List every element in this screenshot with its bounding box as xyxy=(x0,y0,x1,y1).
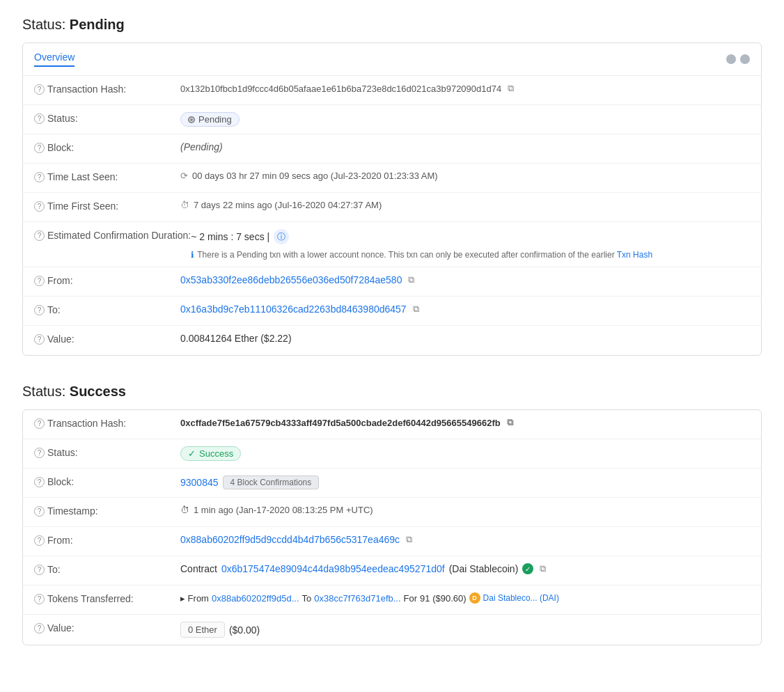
success-from-address-link[interactable]: 0x88ab60202ff9d5d9ccdd4b4d7b656c5317ea46… xyxy=(180,534,400,545)
timestamp-clock-icon: ⏱ xyxy=(180,505,189,515)
success-txhash-copy-icon[interactable]: ⧉ xyxy=(507,417,513,428)
tokens-from-link[interactable]: 0x88ab60202ff9d5d... xyxy=(212,593,299,604)
contract-verified-icon: ✓ xyxy=(522,563,533,574)
pending-from-label: ? From: xyxy=(34,274,180,286)
pending-txhash-value: 0x132b10fbcb1d9fccc4d6b05afaae1e61b6ba72… xyxy=(180,83,750,94)
success-tokens-row: ? Tokens Transferred: ▸ From 0x88ab60202… xyxy=(23,585,761,615)
success-block-row: ? Block: 9300845 4 Block Confirmations xyxy=(23,469,761,498)
success-from-help-icon[interactable]: ? xyxy=(34,535,45,546)
pending-card-header: Overview xyxy=(23,43,761,76)
pending-block-label: ? Block: xyxy=(34,141,180,153)
success-card: ? Transaction Hash: 0xcffade7f5e1a67579c… xyxy=(22,409,762,645)
info-icon: ℹ xyxy=(191,250,194,260)
status-help-icon[interactable]: ? xyxy=(34,113,45,124)
txn-hash-link[interactable]: Txn Hash xyxy=(617,250,652,260)
pending-section-title: Status: Pending xyxy=(22,17,762,33)
pending-txhash-label: ? Transaction Hash: xyxy=(34,83,180,95)
success-status-value: ✓ Success xyxy=(180,446,750,461)
pending-dot-icon xyxy=(188,116,195,123)
pending-time-first-seen-row: ? Time First Seen: ⏱ 7 days 22 mins ago … xyxy=(23,193,761,222)
success-tokens-help-icon[interactable]: ? xyxy=(34,594,45,604)
pending-value-row: ? Value: 0.00841264 Ether ($2.22) xyxy=(23,326,761,355)
success-to-label: ? To: xyxy=(34,563,180,575)
success-txhash-value: 0xcffade7f5e1a67579cb4333aff497fd5a500cb… xyxy=(180,417,750,428)
tokens-to-link[interactable]: 0x38cc7f763d71efb... xyxy=(314,593,400,604)
pending-to-row: ? To: 0x16a3bd9c7eb11106326cad2263bd8463… xyxy=(23,297,761,326)
pending-time-last-seen-row: ? Time Last Seen: ⟳ 00 days 03 hr 27 min… xyxy=(23,164,761,193)
pending-from-value: 0x53ab330f2ee86debb26556e036ed50f7284ae5… xyxy=(180,274,750,285)
success-value-value: 0 Ether ($0.00) xyxy=(180,622,750,638)
pending-time-first-seen-label: ? Time First Seen: xyxy=(34,200,180,212)
tokens-amount: 91 ($90.60) xyxy=(420,593,467,604)
value-help-icon[interactable]: ? xyxy=(34,334,45,345)
success-timestamp-help-icon[interactable]: ? xyxy=(34,506,45,517)
pending-to-value: 0x16a3bd9c7eb11106326cad2263bd8463980d64… xyxy=(180,304,750,315)
success-ether-value-box: 0 Ether xyxy=(180,622,225,638)
time-last-help-icon[interactable]: ? xyxy=(34,172,45,182)
pending-status-row: ? Status: Pending xyxy=(23,105,761,134)
pending-est-confirmation-row: ? Estimated Confirmation Duration: ~ 2 m… xyxy=(23,222,761,267)
success-status-badge: ✓ Success xyxy=(180,446,241,461)
txhash-help-icon[interactable]: ? xyxy=(34,84,45,95)
success-usd-value: ($0.00) xyxy=(229,624,260,636)
pending-status-value: Pending xyxy=(180,112,750,127)
dot-1 xyxy=(726,54,736,64)
pending-block-row: ? Block: (Pending) xyxy=(23,134,761,164)
tokens-transfer-detail: ▸ From 0x88ab60202ff9d5d... To 0x38cc7f7… xyxy=(180,592,559,604)
block-help-icon[interactable]: ? xyxy=(34,143,45,153)
success-status-label: ? Status: xyxy=(34,446,180,458)
success-section-title: Status: Success xyxy=(22,384,762,400)
success-to-value: Contract 0x6b175474e89094c44da98b954eede… xyxy=(180,563,750,574)
success-from-value: 0x88ab60202ff9d5d9ccdd4b4d7b656c5317ea46… xyxy=(180,534,750,545)
clock-icon-1: ⟳ xyxy=(180,171,188,181)
success-txhash-label: ? Transaction Hash: xyxy=(34,417,180,429)
success-txhash-help-icon[interactable]: ? xyxy=(34,418,45,429)
pending-to-copy-icon[interactable]: ⧉ xyxy=(413,304,419,315)
success-value-label: ? Value: xyxy=(34,622,180,634)
success-check-icon: ✓ xyxy=(188,448,196,459)
success-to-help-icon[interactable]: ? xyxy=(34,565,45,575)
success-from-row: ? From: 0x88ab60202ff9d5d9ccdd4b4d7b656c… xyxy=(23,527,761,556)
info-badge-icon: ⓘ xyxy=(274,229,289,244)
success-to-row: ? To: Contract 0x6b175474e89094c44da98b9… xyxy=(23,556,761,585)
overview-tab[interactable]: Overview xyxy=(34,52,75,67)
success-from-copy-icon[interactable]: ⧉ xyxy=(406,534,412,545)
pending-value-value: 0.00841264 Ether ($2.22) xyxy=(180,333,750,344)
to-help-icon[interactable]: ? xyxy=(34,305,45,315)
success-timestamp-value: ⏱ 1 min ago (Jan-17-2020 08:13:25 PM +UT… xyxy=(180,505,750,515)
pending-txhash-copy-icon[interactable]: ⧉ xyxy=(508,83,514,94)
est-help-icon[interactable]: ? xyxy=(34,230,45,241)
pending-time-last-seen-label: ? Time Last Seen: xyxy=(34,171,180,182)
success-value-row: ? Value: 0 Ether ($0.00) xyxy=(23,615,761,645)
time-first-help-icon[interactable]: ? xyxy=(34,201,45,212)
success-block-number-link[interactable]: 9300845 xyxy=(180,477,219,488)
pending-from-address-link[interactable]: 0x53ab330f2ee86debb26556e036ed50f7284ae5… xyxy=(180,274,402,285)
pending-from-copy-icon[interactable]: ⧉ xyxy=(408,274,414,285)
success-to-address-link[interactable]: 0x6b175474e89094c44da98b954eedeac495271d… xyxy=(221,563,445,574)
pending-txhash-row: ? Transaction Hash: 0x132b10fbcb1d9fccc4… xyxy=(23,76,761,105)
pending-time-last-seen-value: ⟳ 00 days 03 hr 27 min 09 secs ago (Jul-… xyxy=(180,171,750,181)
success-timestamp-row: ? Timestamp: ⏱ 1 min ago (Jan-17-2020 08… xyxy=(23,498,761,527)
header-dots xyxy=(726,54,750,64)
success-tokens-label: ? Tokens Transferred: xyxy=(34,592,180,604)
pending-est-confirmation-value: ~ 2 mins : 7 secs | ⓘ ℹ There is a Pendi… xyxy=(191,229,750,260)
success-block-help-icon[interactable]: ? xyxy=(34,477,45,487)
pending-status-badge: Pending xyxy=(180,112,240,127)
pending-card: Overview ? Transaction Hash: 0x132b10fbc… xyxy=(22,42,762,356)
success-timestamp-label: ? Timestamp: xyxy=(34,505,180,517)
success-block-confirmations-badge: 4 Block Confirmations xyxy=(223,475,320,489)
from-help-icon[interactable]: ? xyxy=(34,276,45,286)
dai-link[interactable]: Dai Stableco... (DAI) xyxy=(483,593,559,603)
pending-to-label: ? To: xyxy=(34,304,180,315)
success-value-help-icon[interactable]: ? xyxy=(34,623,45,634)
dai-coin-icon: D xyxy=(469,592,480,604)
dai-badge: D Dai Stableco... (DAI) xyxy=(469,592,559,604)
pending-from-row: ? From: 0x53ab330f2ee86debb26556e036ed50… xyxy=(23,267,761,297)
success-to-copy-icon[interactable]: ⧉ xyxy=(540,563,546,574)
pending-status-label: ? Status: xyxy=(34,112,180,124)
pending-value-label: ? Value: xyxy=(34,333,180,345)
success-status-help-icon[interactable]: ? xyxy=(34,448,45,458)
pending-block-value: (Pending) xyxy=(180,141,750,152)
pending-to-address-link[interactable]: 0x16a3bd9c7eb11106326cad2263bd8463980d64… xyxy=(180,304,407,315)
success-from-label: ? From: xyxy=(34,534,180,546)
